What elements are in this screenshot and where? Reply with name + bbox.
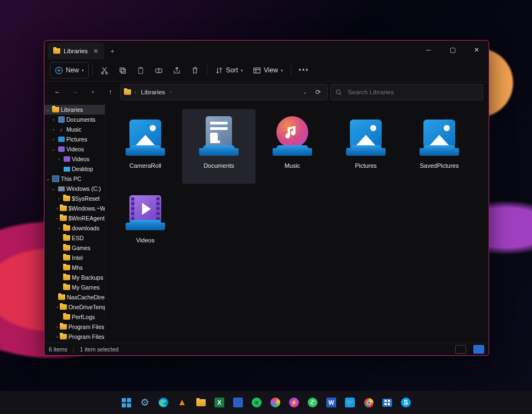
new-button[interactable]: New ▾ [50, 62, 89, 78]
folder-icon [60, 205, 67, 212]
tree-item-my-backups[interactable]: My Backups [44, 273, 105, 282]
titlebar[interactable]: Libraries ✕ ＋ ─ ▢ ✕ [44, 41, 489, 59]
taskbar-todo-icon[interactable] [230, 394, 246, 411]
expand-toggle[interactable]: › [56, 226, 61, 231]
expand-toggle[interactable]: › [56, 305, 58, 310]
navigation-tree[interactable]: ⌄Libraries›Documents›♪Music›Pictures⌄Vid… [44, 103, 105, 343]
tree-item-program-files[interactable]: ›Program Files [44, 322, 105, 332]
library-item-savedpictures[interactable]: SavedPictures [403, 109, 476, 184]
expand-toggle[interactable]: › [51, 127, 56, 132]
taskbar-edge-icon[interactable] [155, 394, 172, 411]
tree-item-pictures[interactable]: ›Pictures [44, 134, 105, 144]
tree-item-onedrivetemp[interactable]: ›OneDriveTemp [44, 302, 105, 312]
minimize-button[interactable]: ─ [416, 41, 440, 59]
sort-button[interactable]: Sort ▾ [211, 63, 247, 78]
svg-rect-20 [384, 403, 387, 405]
svg-point-1 [101, 72, 103, 73]
tree-item--winreagent[interactable]: ›$WinREAgent [44, 213, 105, 223]
search-input[interactable] [347, 88, 478, 96]
address-bar[interactable]: › Libraries › ⌄ ⟳ [120, 84, 328, 100]
tree-item-downloads[interactable]: ›downloads [44, 223, 105, 233]
tree-item-libraries[interactable]: ⌄Libraries [44, 105, 105, 115]
taskbar-copilot-icon[interactable] [267, 394, 284, 411]
delete-button[interactable] [186, 63, 203, 78]
expand-toggle[interactable]: ⌄ [46, 177, 50, 182]
close-window-button[interactable]: ✕ [465, 41, 489, 59]
expand-toggle[interactable]: › [56, 196, 61, 201]
tree-item-this-pc[interactable]: ⌄This PC [44, 174, 105, 184]
vids-icon [63, 156, 70, 163]
up-button[interactable]: ↑ [103, 84, 118, 100]
content-pane[interactable]: CameraRollDocumentsMusicPicturesSavedPic… [105, 103, 489, 343]
refresh-button[interactable]: ⟳ [312, 88, 324, 96]
forward-button[interactable]: → [67, 84, 83, 100]
taskbar-chrome-icon[interactable] [360, 394, 377, 411]
tree-item--windows-w[interactable]: ›$Windows.~W [44, 203, 105, 213]
library-item-videos[interactable]: Videos [109, 184, 182, 258]
library-item-cameraroll[interactable]: CameraRoll [109, 109, 182, 184]
taskbar-twitter-icon[interactable]: 🐦 [342, 394, 358, 411]
expand-toggle[interactable]: ⌄ [51, 147, 56, 152]
search-box[interactable] [330, 84, 483, 100]
taskbar-vlc-icon[interactable]: ▲ [174, 394, 190, 411]
cut-button[interactable] [96, 63, 113, 78]
library-item-pictures[interactable]: Pictures [329, 109, 403, 184]
expand-toggle[interactable]: › [56, 157, 61, 162]
large-icons-view-button[interactable] [473, 345, 484, 354]
paste-button[interactable] [132, 63, 149, 78]
search-icon [335, 89, 342, 96]
expand-toggle[interactable]: › [56, 334, 58, 339]
taskbar-skype-icon[interactable]: S [398, 394, 414, 411]
taskbar-word-icon[interactable]: W [323, 394, 339, 411]
tree-item-perflogs[interactable]: PerfLogs [44, 312, 105, 322]
tree-item-music[interactable]: ›♪Music [44, 124, 105, 134]
back-button[interactable]: ← [50, 84, 65, 100]
tree-item--sysreset[interactable]: ›$SysReset [44, 194, 105, 203]
new-tab-button[interactable]: ＋ [104, 43, 121, 59]
taskbar-settings-icon[interactable]: ⚙ [137, 394, 153, 411]
rename-button[interactable] [150, 63, 167, 78]
tree-item-program-files-[interactable]: ›Program Files ( [44, 332, 105, 342]
expand-toggle[interactable]: ⌄ [51, 186, 56, 191]
view-button[interactable]: View ▾ [248, 63, 287, 78]
tree-item-nascachedirec[interactable]: NasCacheDirec [44, 292, 105, 302]
tree-item-windows-c-[interactable]: ⌄Windows (C:) [44, 184, 105, 194]
share-button[interactable] [168, 63, 185, 78]
expand-toggle[interactable]: › [56, 216, 58, 221]
breadcrumb-root[interactable]: Libraries [139, 88, 167, 97]
expand-toggle[interactable]: › [51, 137, 56, 142]
expand-toggle[interactable]: › [51, 117, 56, 122]
tree-item-esd[interactable]: ESD [44, 233, 105, 243]
tree-item-videos[interactable]: ›Videos [44, 154, 105, 164]
tree-item-my-games[interactable]: My Games [44, 282, 105, 292]
tree-item-videos[interactable]: ⌄Videos [44, 144, 105, 154]
taskbar[interactable]: ⚙▲X≡⚡✆W🐦S [0, 391, 532, 414]
address-dropdown[interactable]: ⌄ [299, 89, 311, 95]
toolbar: New ▾ Sort ▾ View ▾ ••• [44, 59, 489, 82]
tree-item-intel[interactable]: Intel [44, 253, 105, 263]
taskbar-spotify-icon[interactable]: ≡ [248, 394, 265, 411]
library-item-documents[interactable]: Documents [182, 109, 256, 184]
tree-item-games[interactable]: Games [44, 243, 105, 253]
expand-toggle[interactable]: › [56, 206, 58, 211]
window-tab[interactable]: Libraries ✕ [48, 43, 104, 59]
taskbar-messenger-icon[interactable]: ⚡ [286, 394, 302, 411]
maximize-button[interactable]: ▢ [440, 41, 465, 59]
taskbar-explorer-icon[interactable] [193, 394, 209, 411]
tree-item-mhs[interactable]: Mhs [44, 263, 105, 273]
taskbar-start-icon[interactable] [118, 394, 134, 411]
svg-rect-11 [127, 398, 131, 402]
library-item-music[interactable]: Music [256, 109, 329, 184]
expand-toggle[interactable]: › [56, 325, 58, 330]
taskbar-store-icon[interactable] [379, 394, 395, 411]
taskbar-whatsapp-icon[interactable]: ✆ [304, 394, 321, 411]
copy-button[interactable] [114, 63, 131, 78]
recent-dropdown[interactable]: ▾ [85, 84, 100, 100]
tree-item-documents[interactable]: ›Documents [44, 115, 105, 124]
tab-close-button[interactable]: ✕ [91, 47, 100, 55]
more-button[interactable]: ••• [295, 63, 314, 78]
details-view-button[interactable] [455, 345, 466, 354]
taskbar-excel-icon[interactable]: X [211, 394, 228, 411]
expand-toggle[interactable]: ⌄ [46, 107, 50, 112]
tree-item-desktop[interactable]: Desktop [44, 164, 105, 174]
